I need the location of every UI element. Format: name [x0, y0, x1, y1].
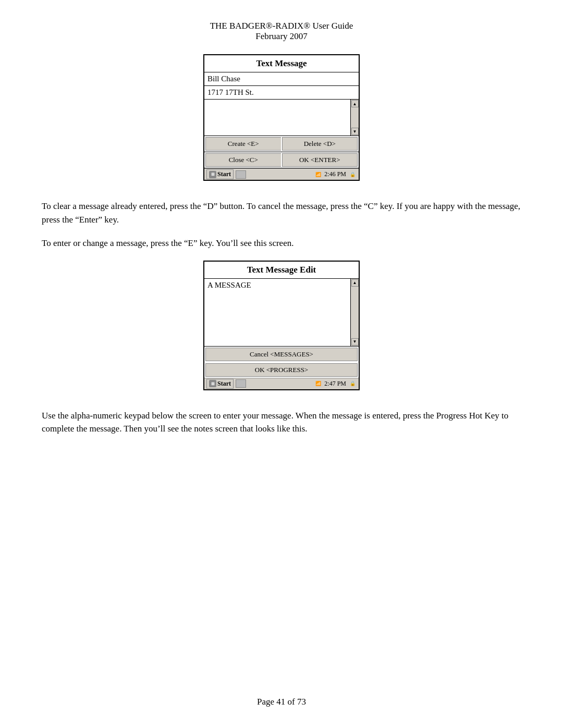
window1-field1: Bill Chase — [204, 72, 359, 86]
text-message-edit-window: Text Message Edit A MESSAGE ▲ ▼ Cancel <… — [203, 261, 360, 390]
header-line1: THE BADGER®-RADIX® User Guide — [210, 21, 353, 31]
page-footer: Page 41 of 73 — [257, 676, 306, 707]
taskbar-box-1 — [236, 170, 246, 179]
cancel-messages-button[interactable]: Cancel <MESSAGES> — [205, 348, 358, 361]
start-icon-1: ⊞ — [209, 171, 216, 178]
window1-buttons-row2: Close <C> OK <ENTER> — [204, 152, 359, 168]
window2-textarea-container: A MESSAGE ▲ ▼ — [204, 279, 359, 347]
window2-textarea[interactable]: A MESSAGE — [204, 279, 350, 346]
section-window2: Text Message Edit A MESSAGE ▲ ▼ Cancel <… — [42, 261, 521, 399]
taskbar-box-2 — [236, 379, 246, 388]
window1-scrollbar: ▲ ▼ — [350, 100, 359, 135]
window2-taskbar: ⊞ Start 📶 2:47 PM 🔒 — [204, 378, 359, 389]
close-button[interactable]: Close <C> — [205, 153, 281, 167]
start-icon-2: ⊞ — [209, 380, 216, 387]
paragraph1: To clear a message already entered, pres… — [42, 200, 521, 226]
page-header: THE BADGER®-RADIX® User Guide February 2… — [210, 21, 353, 42]
text-message-window: Text Message Bill Chase 1717 17TH St. ▲ … — [203, 54, 360, 181]
window2-scrollbar: ▲ ▼ — [350, 279, 359, 346]
ok-enter-button[interactable]: OK <ENTER> — [282, 153, 358, 167]
network-icon-1: 📶 — [314, 171, 322, 178]
clock-icon-1: 🔒 — [348, 171, 357, 178]
paragraph2: To enter or change a message, press the … — [42, 237, 521, 250]
ok-progress-button[interactable]: OK <PROGRESS> — [205, 363, 358, 377]
start-label-2: Start — [217, 380, 231, 388]
page-number: Page 41 of 73 — [257, 697, 306, 707]
taskbar-time-1: 2:46 PM — [324, 170, 346, 178]
window1-field2: 1717 17TH St. — [204, 86, 359, 100]
window2-buttons: Cancel <MESSAGES> OK <PROGRESS> — [204, 347, 359, 378]
header-line2: February 2007 — [210, 31, 353, 42]
window1-buttons-row1: Create <E> Delete <D> — [204, 136, 359, 152]
taskbar-time-area-2: 📶 2:47 PM 🔒 — [314, 380, 357, 388]
taskbar-time-area-1: 📶 2:46 PM 🔒 — [314, 170, 357, 178]
window1-title: Text Message — [204, 55, 359, 72]
taskbar-time-2: 2:47 PM — [324, 380, 346, 388]
start-button-1[interactable]: ⊞ Start — [206, 169, 234, 179]
scroll-down-button[interactable]: ▼ — [351, 128, 359, 135]
window1-textarea-container: ▲ ▼ — [204, 100, 359, 136]
create-button[interactable]: Create <E> — [205, 137, 281, 151]
network-icon-2: 📶 — [314, 380, 322, 387]
start-button-2[interactable]: ⊞ Start — [206, 379, 234, 389]
window1-taskbar: ⊞ Start 📶 2:46 PM 🔒 — [204, 168, 359, 180]
scroll-down-button-2[interactable]: ▼ — [351, 338, 359, 346]
window2-title: Text Message Edit — [204, 262, 359, 279]
window1-textarea[interactable] — [204, 100, 350, 135]
section-window1: Text Message Bill Chase 1717 17TH St. ▲ … — [42, 54, 521, 189]
scroll-up-button[interactable]: ▲ — [351, 100, 359, 107]
clock-icon-2: 🔒 — [348, 380, 357, 387]
scroll-up-button-2[interactable]: ▲ — [351, 279, 359, 287]
start-label-1: Start — [217, 170, 231, 178]
delete-button[interactable]: Delete <D> — [282, 137, 358, 151]
paragraph3: Use the alpha-numeric keypad below the s… — [42, 409, 521, 436]
